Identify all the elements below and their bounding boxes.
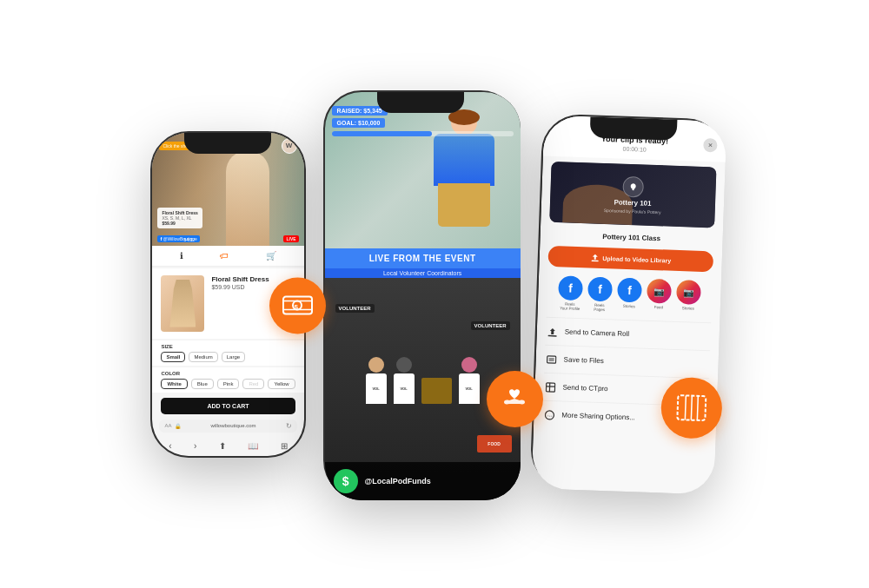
p2-volunteer-label2: VOLUNTEER <box>471 321 510 330</box>
p3-fb-reels-pages-icon: f <box>587 276 613 301</box>
p1-product-image <box>161 275 204 332</box>
p1-timer: 54:32 <box>183 237 195 242</box>
p3-upload-icon <box>590 253 599 261</box>
svg-rect-7 <box>547 356 555 363</box>
p1-color-buttons: White Blue Pink Red Yellow <box>161 379 295 389</box>
p3-save-files-text: Save to Files <box>563 355 604 365</box>
phone-1-shell: Click the shopping icon to buy W Floral … <box>150 131 305 458</box>
p1-color-yellow[interactable]: Yellow <box>268 379 295 389</box>
p3-social-fb-reels-pages[interactable]: f ReelsPages <box>586 276 613 312</box>
p3-ctpro-text: Send to CTpro <box>562 383 607 393</box>
p1-size-section: SIZE Small Medium Large <box>152 340 303 366</box>
p3-send-camera-roll[interactable]: Send to Camera Roll <box>536 319 720 348</box>
p1-overlay-price: $59.99 <box>162 221 197 226</box>
p3-save-files-icon <box>546 353 556 365</box>
p1-live-badge: LIVE <box>283 235 298 242</box>
p3-more-sharing-icon: ··· <box>544 409 554 421</box>
p1-refresh-icon[interactable]: ↻ <box>286 422 292 430</box>
p1-tag-tab[interactable]: 🏷 <box>220 251 229 261</box>
p1-overlay-title: Floral Shift Dress <box>162 210 197 215</box>
svg-line-17 <box>691 395 692 420</box>
p1-size-label: SIZE <box>161 344 295 349</box>
p1-size-buttons: Small Medium Large <box>161 352 295 362</box>
p3-thumb-icon <box>622 175 644 197</box>
p1-product-overlay: Floral Shift Dress XS, S, M, L, XL $59.9… <box>157 208 202 228</box>
p3-close-button[interactable]: × <box>703 137 718 152</box>
p3-social-fb-stories[interactable]: f Stories <box>615 277 642 313</box>
phone-2-feature-badge <box>487 371 543 427</box>
p3-social-row: f ReelsYour Profile f ReelsPages f Stori… <box>537 269 721 320</box>
p3-fb-reels-profile-icon: f <box>558 275 583 301</box>
p1-color-blue[interactable]: Blue <box>191 379 214 389</box>
p3-social-fb-reels-profile[interactable]: f ReelsYour Profile <box>556 275 583 311</box>
p3-upload-button[interactable]: Upload to Video Library <box>547 245 713 272</box>
svg-text:$: $ <box>294 303 298 311</box>
svg-text:···: ··· <box>547 413 552 419</box>
p1-cart-tab[interactable]: 🛒 <box>266 251 276 261</box>
phone-3-shell: Your clip is ready! 00:00:10 × <box>529 113 725 492</box>
phone-1-feature-badge: $ <box>269 277 326 334</box>
p1-info-tab[interactable]: ℹ <box>180 251 183 261</box>
p1-browser-aa: AA <box>164 423 171 428</box>
p3-ctpro-icon <box>545 380 555 393</box>
p3-ig-feed-icon: 📷 <box>647 278 672 303</box>
p2-live-banner: LIVE FROM THE EVENT <box>325 248 521 268</box>
svg-rect-6 <box>547 334 556 336</box>
phone-1-notch <box>184 133 271 154</box>
phone-2-screen: RAISED: $5,345 GOAL: $10,000 LIVE FROM T… <box>325 92 521 500</box>
p2-progress-fill <box>332 131 432 136</box>
p3-ig-stories-icon: 📷 <box>676 279 701 304</box>
p2-raised-banner: RAISED: $5,345 <box>332 106 388 116</box>
p1-nav-bar: ‹ › ⬆ 📖 ⊞ <box>152 436 303 456</box>
p2-volunteer-label: VOLUNTEER <box>335 304 375 313</box>
p3-fb-stories-icon: f <box>617 277 642 302</box>
phones-container: Click the shopping icon to buy W Floral … <box>124 73 744 516</box>
p1-back-icon[interactable]: ‹ <box>169 441 171 451</box>
phone-2-shell: RAISED: $5,345 GOAL: $10,000 LIVE FROM T… <box>323 90 519 499</box>
p2-dollar-icon: $ <box>334 469 358 493</box>
p3-social-ig-feed[interactable]: 📷 Feed <box>645 278 672 314</box>
p1-tab-bar: ℹ 🏷 🛒 <box>152 246 303 267</box>
p3-save-to-files[interactable]: Save to Files <box>535 347 719 376</box>
p1-forward-icon[interactable]: › <box>194 441 196 451</box>
p2-handle: @LocalPodFunds <box>365 477 431 486</box>
p1-add-to-cart-button[interactable]: ADD TO CART <box>161 398 295 414</box>
p1-book-icon[interactable]: 📖 <box>248 441 258 451</box>
p1-browser-lock: 🔒 <box>175 423 181 429</box>
svg-rect-5 <box>591 260 598 261</box>
p1-size-large[interactable]: Large <box>222 352 245 362</box>
p3-video-thumbnail: Pottery 101 Sponsored by Paula's Pottery <box>549 161 716 228</box>
p3-camera-roll-icon <box>547 325 557 337</box>
phone-2-notch <box>377 92 464 113</box>
p1-color-red[interactable]: Red <box>242 379 264 389</box>
p2-goal-banner: GOAL: $10,000 <box>332 118 386 128</box>
p1-color-pink[interactable]: Pink <box>217 379 240 389</box>
p1-avatar: W <box>282 138 297 154</box>
p2-bottom-bar: $ @LocalPodFunds <box>325 462 521 500</box>
p2-subtitle: Local Volunteer Coordinators <box>325 268 521 278</box>
phone-3-notch <box>589 116 677 140</box>
p1-size-small[interactable]: Small <box>161 352 185 362</box>
p3-camera-roll-text: Send to Camera Roll <box>564 327 629 338</box>
svg-line-16 <box>685 395 686 420</box>
p1-color-label: COLOR <box>161 371 295 376</box>
p1-size-medium[interactable]: Medium <box>189 352 217 362</box>
p1-tabs-icon[interactable]: ⊞ <box>281 441 288 451</box>
p3-more-sharing-text: More Sharing Options... <box>561 411 635 421</box>
p3-thumb-title: Pottery 101 <box>614 197 651 207</box>
p1-color-section: COLOR White Blue Pink Red Yellow <box>152 367 303 393</box>
p3-social-ig-stories[interactable]: 📷 Stories <box>674 279 701 314</box>
p1-browser-bar: AA 🔒 willowboutique.com ↻ <box>159 420 296 433</box>
p1-browser-url: willowboutique.com <box>184 423 282 428</box>
svg-line-18 <box>697 395 698 420</box>
p2-progress-bar <box>332 131 514 136</box>
p1-color-white[interactable]: White <box>161 379 187 389</box>
p1-share-icon[interactable]: ⬆ <box>219 441 226 451</box>
p3-video-title: Pottery 101 Class <box>540 227 722 248</box>
p2-top-section: RAISED: $5,345 GOAL: $10,000 <box>325 92 521 248</box>
